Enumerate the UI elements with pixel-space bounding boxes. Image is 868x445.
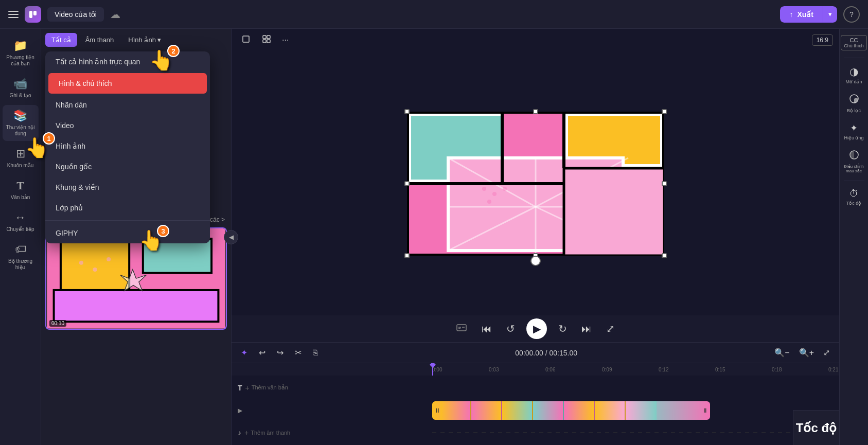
rewind-button[interactable]: ↺	[503, 319, 518, 338]
sidebar-item-record[interactable]: 📹 Ghi & tạo	[3, 73, 39, 103]
dropdown-item-video[interactable]: Video	[45, 115, 210, 136]
right-tool-dieu-chinh[interactable]: Điều chỉnh màu sắc	[841, 146, 867, 177]
collapse-panel-button[interactable]: ◀	[224, 230, 238, 244]
ruler-mark-9: 0:09	[602, 367, 659, 372]
ruler-mark-3: 0:03	[489, 367, 545, 372]
toc-do-icon: ⏱	[849, 188, 859, 199]
templates-icon: ⊞	[16, 147, 25, 161]
sidebar-item-text[interactable]: T Văn bản	[3, 175, 39, 205]
menu-icon[interactable]	[8, 11, 19, 18]
crop-button[interactable]	[238, 31, 254, 49]
aspect-ratio-button[interactable]: 16:9	[812, 34, 833, 46]
add-audio-button[interactable]: + Thêm âm thanh	[244, 429, 290, 437]
dropdown-item-khung-vien[interactable]: Khung & viền	[45, 177, 210, 198]
timeline-ruler: 0:00 0:03 0:06 0:09 0:12 0:15 0:18 0:21 …	[232, 363, 839, 376]
zoom-controls: 🔍− 🔍+ ⤢	[771, 346, 833, 360]
audio-track-content	[432, 422, 839, 443]
text-track-content	[432, 378, 839, 398]
dropdown-item-nhan-dan[interactable]: Nhãn dán	[45, 95, 210, 115]
right-tool-toc-do[interactable]: ⏱ Tốc độ	[841, 184, 867, 210]
aspect-ratio-label: 16:9	[817, 37, 828, 44]
help-button[interactable]: ?	[843, 6, 860, 23]
play-button[interactable]: ▶	[526, 318, 547, 339]
timeline-tracks: T + Thêm văn bản ▶ ⏸	[232, 376, 839, 445]
svg-point-8	[107, 257, 111, 261]
transitions-icon: ↔	[15, 211, 26, 224]
sidebar-item-templates[interactable]: ⊞ Khuôn mẫu	[3, 143, 39, 173]
clip-pause-left: ⏸	[434, 407, 440, 414]
svg-point-30	[503, 187, 507, 191]
captions-button[interactable]	[453, 319, 470, 339]
dropdown-item-nguon-goc[interactable]: Nguồn gốc	[45, 156, 210, 177]
ruler-mark-12: 0:12	[659, 367, 715, 372]
video-frame[interactable]: ↺	[407, 112, 664, 256]
audio-track-row: ♪ + Thêm âm thanh	[232, 422, 839, 443]
handle-top-right[interactable]	[662, 109, 667, 114]
svg-rect-10	[243, 36, 249, 42]
bo-loc-label: Bộ lọc	[847, 108, 861, 113]
right-tool-mo-dan[interactable]: ◑ Mờ dần	[841, 61, 867, 88]
project-name-button[interactable]: Video của tôi	[47, 7, 104, 22]
add-text-button[interactable]: + Thêm văn bản	[245, 384, 288, 392]
playhead	[432, 363, 433, 376]
dieu-chinh-label: Điều chỉnh màu sắc	[843, 164, 865, 173]
zoom-in-button[interactable]: 🔍+	[796, 346, 817, 360]
export-button[interactable]: ↑ Xuất	[780, 6, 823, 23]
video-clip[interactable]: ⏸ ⏸	[432, 401, 710, 420]
svg-point-6	[79, 261, 83, 265]
undo-button[interactable]: ↩	[256, 346, 269, 360]
record-icon: 📹	[13, 77, 27, 91]
fit-button[interactable]	[258, 31, 275, 49]
sidebar-item-transitions[interactable]: ↔ Chuyển tiếp	[3, 207, 39, 237]
tab-hinhanh[interactable]: Hình ảnh ▾	[122, 33, 167, 47]
export-dropdown-button[interactable]: ▾	[823, 6, 837, 23]
media-icon: 📁	[13, 39, 27, 52]
svg-rect-13	[263, 40, 266, 43]
right-tool-hieu-ung[interactable]: ✦ Hiệu ứng	[841, 118, 867, 145]
svg-point-29	[492, 192, 497, 196]
subtitle-label: CC	[850, 37, 858, 43]
fit-timeline-button[interactable]: ⤢	[820, 346, 833, 360]
handle-bottom-left[interactable]	[404, 253, 410, 258]
dropdown-item-all-images[interactable]: Tất cả hình ảnh trực quan	[45, 51, 210, 72]
dropdown-item-hinh-chu-thich[interactable]: Hình & chú thích	[48, 73, 207, 94]
tab-tatca[interactable]: Tất cả	[45, 33, 77, 47]
fullscreen-button[interactable]: ⤢	[603, 319, 618, 338]
chevron-down-icon: ▾	[157, 36, 161, 44]
dropdown-item-hinhanh[interactable]: Hình ảnh	[45, 136, 210, 156]
redo-button[interactable]: ↪	[274, 346, 287, 360]
handle-middle-right[interactable]	[662, 181, 667, 186]
more-options-button[interactable]: ···	[279, 32, 292, 48]
subtitle-button[interactable]: CC Chú thích	[841, 35, 867, 50]
cut-button[interactable]: ✂	[292, 346, 305, 360]
handle-top-center[interactable]	[533, 109, 538, 114]
dropdown-divider	[45, 220, 210, 221]
handle-bottom-right[interactable]	[662, 253, 667, 258]
magic-tool-button[interactable]: ✦	[238, 346, 251, 360]
audio-track-icon: ♪	[238, 429, 241, 437]
sidebar-item-brand[interactable]: 🏷 Bộ thương hiệu	[3, 239, 39, 275]
right-tool-bo-loc[interactable]: Bộ lọc	[841, 90, 867, 117]
handle-top-left[interactable]	[404, 109, 410, 114]
tab-amthanh[interactable]: Âm thanh	[79, 33, 120, 47]
dropdown-item-lop-phu[interactable]: Lớp phủ	[45, 198, 210, 218]
ruler-mark-15: 0:15	[715, 367, 772, 372]
skip-forward-button[interactable]: ⏭	[578, 320, 595, 338]
copy-button[interactable]: ⎘	[310, 346, 321, 360]
audio-track-placeholder	[432, 433, 839, 433]
sidebar-item-media[interactable]: 📁 Phương tiện của bạn	[3, 35, 39, 71]
handle-middle-left[interactable]	[404, 181, 410, 186]
forward-button[interactable]: ↻	[555, 319, 570, 338]
sidebar-item-record-label: Ghi & tạo	[9, 93, 31, 99]
panel-area: Tất cả Âm thanh Hình ảnh ▾ Tất cả hình ả…	[41, 29, 232, 445]
sidebar-item-content[interactable]: 📚 Thư viện nội dung	[3, 105, 39, 141]
dropdown-item-giphy[interactable]: GIPHY	[45, 223, 210, 243]
svg-rect-1	[33, 11, 37, 15]
sidebar-item-media-label: Phương tiện của bạn	[5, 55, 37, 67]
content-icon: 📚	[13, 109, 27, 122]
zoom-out-button[interactable]: 🔍−	[771, 346, 792, 360]
hieu-ung-icon: ✦	[850, 122, 858, 134]
skip-back-button[interactable]: ⏮	[479, 320, 495, 338]
text-track-row: T + Thêm văn bản	[232, 378, 839, 398]
rotate-handle[interactable]: ↺	[530, 256, 541, 266]
